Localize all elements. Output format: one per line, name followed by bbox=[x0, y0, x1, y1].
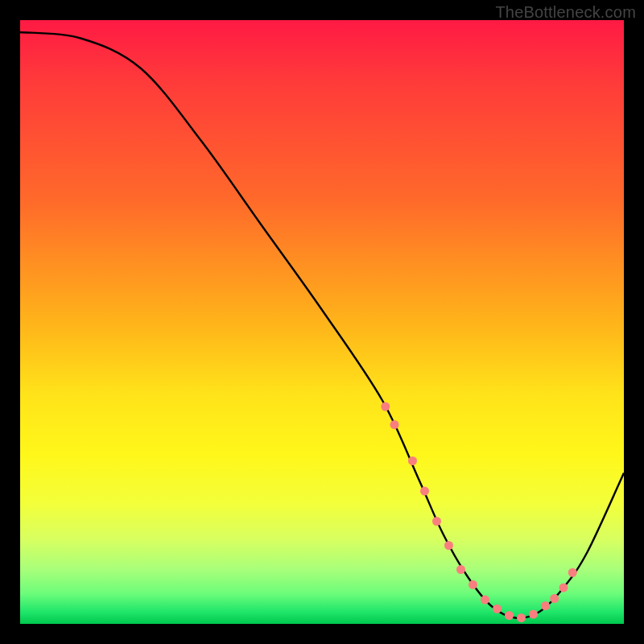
marker-group bbox=[381, 402, 577, 623]
marker-dot bbox=[420, 487, 429, 496]
marker-dot bbox=[481, 596, 489, 605]
watermark-text: TheBottleneck.com bbox=[495, 3, 636, 22]
marker-dot bbox=[469, 580, 477, 589]
marker-dot bbox=[381, 402, 390, 411]
marker-dot bbox=[517, 613, 526, 622]
marker-dot bbox=[456, 565, 465, 574]
marker-dot bbox=[568, 568, 577, 577]
bottleneck-curve bbox=[20, 32, 624, 618]
marker-dot bbox=[550, 594, 559, 603]
marker-dot bbox=[390, 420, 399, 429]
marker-dot bbox=[505, 611, 514, 620]
chart-svg bbox=[20, 20, 624, 624]
marker-dot bbox=[408, 456, 417, 465]
marker-dot bbox=[432, 517, 441, 526]
chart-stage: TheBottleneck.com bbox=[0, 0, 644, 644]
marker-dot bbox=[529, 610, 538, 619]
marker-dot bbox=[493, 605, 502, 613]
marker-dot bbox=[559, 584, 568, 592]
marker-dot bbox=[444, 541, 453, 550]
plot-area bbox=[20, 20, 624, 624]
marker-dot bbox=[541, 601, 550, 610]
